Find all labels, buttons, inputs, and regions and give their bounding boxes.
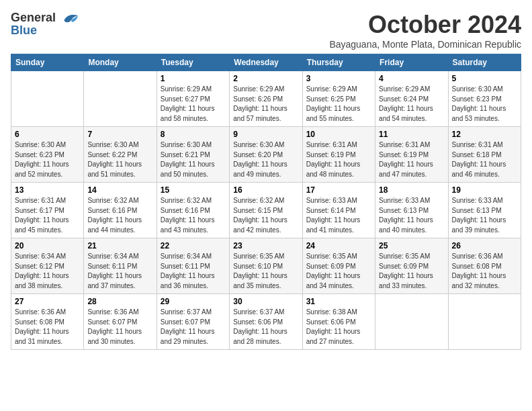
title-section: October 2024 Bayaguana, Monte Plata, Dom…	[329, 11, 521, 50]
calendar-cell: 21Sunrise: 6:34 AMSunset: 6:11 PMDayligh…	[84, 238, 157, 294]
day-info: Sunrise: 6:34 AMSunset: 6:11 PMDaylight:…	[161, 252, 226, 291]
day-info: Sunrise: 6:32 AMSunset: 6:16 PMDaylight:…	[87, 196, 152, 235]
day-info: Sunrise: 6:29 AMSunset: 6:25 PMDaylight:…	[306, 85, 371, 124]
day-number: 9	[233, 130, 298, 139]
day-number: 25	[379, 241, 444, 250]
day-number: 27	[15, 297, 80, 306]
calendar-cell: 1Sunrise: 6:29 AMSunset: 6:27 PMDaylight…	[157, 71, 229, 127]
day-number: 23	[233, 241, 298, 250]
day-info: Sunrise: 6:29 AMSunset: 6:24 PMDaylight:…	[379, 85, 444, 124]
day-number: 5	[452, 74, 517, 83]
calendar-cell: 12Sunrise: 6:31 AMSunset: 6:18 PMDayligh…	[448, 127, 521, 183]
calendar-week-row: 20Sunrise: 6:34 AMSunset: 6:12 PMDayligh…	[11, 238, 521, 294]
calendar-cell: 29Sunrise: 6:37 AMSunset: 6:07 PMDayligh…	[157, 294, 229, 350]
day-number: 1	[161, 74, 226, 83]
logo: General Blue	[11, 11, 79, 38]
page-header: General Blue October 2024 Bayaguana, Mon…	[11, 11, 521, 50]
calendar-cell: 26Sunrise: 6:36 AMSunset: 6:08 PMDayligh…	[448, 238, 521, 294]
calendar-cell: 10Sunrise: 6:31 AMSunset: 6:19 PMDayligh…	[302, 127, 375, 183]
day-info: Sunrise: 6:30 AMSunset: 6:23 PMDaylight:…	[452, 85, 517, 124]
calendar-cell	[11, 71, 84, 127]
calendar-cell: 7Sunrise: 6:30 AMSunset: 6:22 PMDaylight…	[84, 127, 157, 183]
calendar-cell: 25Sunrise: 6:35 AMSunset: 6:09 PMDayligh…	[375, 238, 448, 294]
calendar-cell: 27Sunrise: 6:36 AMSunset: 6:08 PMDayligh…	[11, 294, 84, 350]
location-subtitle: Bayaguana, Monte Plata, Dominican Republ…	[329, 39, 521, 50]
calendar-header-wednesday: Wednesday	[230, 54, 302, 71]
calendar-cell: 22Sunrise: 6:34 AMSunset: 6:11 PMDayligh…	[157, 238, 229, 294]
day-info: Sunrise: 6:37 AMSunset: 6:07 PMDaylight:…	[161, 308, 226, 347]
calendar-cell	[448, 294, 521, 350]
calendar-cell: 18Sunrise: 6:33 AMSunset: 6:13 PMDayligh…	[375, 183, 448, 238]
calendar-cell: 8Sunrise: 6:30 AMSunset: 6:21 PMDaylight…	[157, 127, 229, 183]
calendar-cell: 19Sunrise: 6:33 AMSunset: 6:13 PMDayligh…	[448, 183, 521, 238]
day-info: Sunrise: 6:38 AMSunset: 6:06 PMDaylight:…	[306, 308, 371, 347]
day-number: 6	[15, 130, 80, 139]
calendar-cell: 30Sunrise: 6:37 AMSunset: 6:06 PMDayligh…	[230, 294, 302, 350]
day-info: Sunrise: 6:35 AMSunset: 6:09 PMDaylight:…	[306, 252, 371, 291]
day-number: 4	[379, 74, 444, 83]
day-number: 3	[306, 74, 371, 83]
calendar-cell: 2Sunrise: 6:29 AMSunset: 6:26 PMDaylight…	[230, 71, 302, 127]
day-number: 8	[161, 130, 226, 139]
day-info: Sunrise: 6:34 AMSunset: 6:12 PMDaylight:…	[15, 252, 80, 291]
calendar-header-sunday: Sunday	[11, 54, 84, 71]
day-info: Sunrise: 6:30 AMSunset: 6:23 PMDaylight:…	[15, 140, 80, 179]
calendar-week-row: 6Sunrise: 6:30 AMSunset: 6:23 PMDaylight…	[11, 127, 521, 183]
day-number: 10	[306, 130, 371, 139]
day-info: Sunrise: 6:30 AMSunset: 6:22 PMDaylight:…	[87, 140, 152, 179]
day-info: Sunrise: 6:30 AMSunset: 6:20 PMDaylight:…	[233, 140, 298, 179]
day-number: 19	[452, 185, 517, 195]
calendar-cell: 11Sunrise: 6:31 AMSunset: 6:19 PMDayligh…	[375, 127, 448, 183]
calendar-cell: 17Sunrise: 6:33 AMSunset: 6:14 PMDayligh…	[302, 183, 375, 238]
calendar-table: SundayMondayTuesdayWednesdayThursdayFrid…	[11, 54, 521, 350]
calendar-cell: 31Sunrise: 6:38 AMSunset: 6:06 PMDayligh…	[302, 294, 375, 350]
calendar-body: 1Sunrise: 6:29 AMSunset: 6:27 PMDaylight…	[11, 71, 521, 350]
calendar-cell: 3Sunrise: 6:29 AMSunset: 6:25 PMDaylight…	[302, 71, 375, 127]
logo-bird-icon	[60, 11, 79, 26]
day-number: 21	[87, 241, 152, 250]
day-number: 12	[452, 130, 517, 139]
day-number: 30	[233, 297, 298, 306]
day-info: Sunrise: 6:31 AMSunset: 6:19 PMDaylight:…	[306, 140, 371, 179]
day-info: Sunrise: 6:32 AMSunset: 6:15 PMDaylight:…	[233, 196, 298, 235]
calendar-cell: 20Sunrise: 6:34 AMSunset: 6:12 PMDayligh…	[11, 238, 84, 294]
day-number: 16	[233, 185, 298, 195]
day-number: 14	[87, 185, 152, 195]
month-title: October 2024	[329, 11, 521, 39]
calendar-header-saturday: Saturday	[448, 54, 521, 71]
calendar-cell: 5Sunrise: 6:30 AMSunset: 6:23 PMDaylight…	[448, 71, 521, 127]
calendar-cell: 9Sunrise: 6:30 AMSunset: 6:20 PMDaylight…	[230, 127, 302, 183]
day-info: Sunrise: 6:35 AMSunset: 6:09 PMDaylight:…	[379, 252, 444, 291]
calendar-cell	[375, 294, 448, 350]
day-info: Sunrise: 6:33 AMSunset: 6:14 PMDaylight:…	[306, 196, 371, 235]
logo-general: General	[11, 11, 56, 24]
calendar-cell: 16Sunrise: 6:32 AMSunset: 6:15 PMDayligh…	[230, 183, 302, 238]
day-number: 22	[161, 241, 226, 250]
calendar-cell: 13Sunrise: 6:31 AMSunset: 6:17 PMDayligh…	[11, 183, 84, 238]
day-info: Sunrise: 6:31 AMSunset: 6:17 PMDaylight:…	[15, 196, 80, 235]
calendar-header-row: SundayMondayTuesdayWednesdayThursdayFrid…	[11, 54, 521, 71]
calendar-week-row: 13Sunrise: 6:31 AMSunset: 6:17 PMDayligh…	[11, 183, 521, 238]
day-number: 26	[452, 241, 517, 250]
calendar-cell: 15Sunrise: 6:32 AMSunset: 6:16 PMDayligh…	[157, 183, 229, 238]
calendar-cell: 4Sunrise: 6:29 AMSunset: 6:24 PMDaylight…	[375, 71, 448, 127]
calendar-header-friday: Friday	[375, 54, 448, 71]
calendar-week-row: 1Sunrise: 6:29 AMSunset: 6:27 PMDaylight…	[11, 71, 521, 127]
calendar-header-tuesday: Tuesday	[157, 54, 229, 71]
calendar-cell: 23Sunrise: 6:35 AMSunset: 6:10 PMDayligh…	[230, 238, 302, 294]
calendar-header-monday: Monday	[84, 54, 157, 71]
day-info: Sunrise: 6:36 AMSunset: 6:08 PMDaylight:…	[15, 308, 80, 347]
day-info: Sunrise: 6:31 AMSunset: 6:18 PMDaylight:…	[452, 140, 517, 179]
day-number: 2	[233, 74, 298, 83]
day-info: Sunrise: 6:33 AMSunset: 6:13 PMDaylight:…	[452, 196, 517, 235]
calendar-header-thursday: Thursday	[302, 54, 375, 71]
day-number: 24	[306, 241, 371, 250]
day-number: 20	[15, 241, 80, 250]
day-info: Sunrise: 6:30 AMSunset: 6:21 PMDaylight:…	[161, 140, 226, 179]
day-info: Sunrise: 6:33 AMSunset: 6:13 PMDaylight:…	[379, 196, 444, 235]
day-number: 31	[306, 297, 371, 306]
day-number: 29	[161, 297, 226, 306]
calendar-week-row: 27Sunrise: 6:36 AMSunset: 6:08 PMDayligh…	[11, 294, 521, 350]
day-info: Sunrise: 6:35 AMSunset: 6:10 PMDaylight:…	[233, 252, 298, 291]
day-info: Sunrise: 6:32 AMSunset: 6:16 PMDaylight:…	[161, 196, 226, 235]
